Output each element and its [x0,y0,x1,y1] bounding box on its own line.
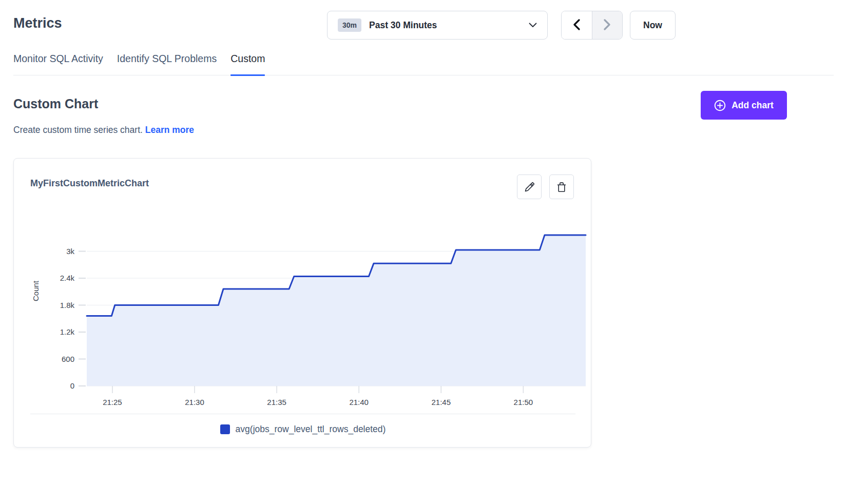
time-range-badge: 30m [338,18,361,32]
y-tick-label: 600 [62,355,74,363]
tab-identify-sql-problems[interactable]: Identify SQL Problems [117,53,217,75]
chevron-left-icon [573,19,580,32]
section-description: Create custom time series chart. Learn m… [13,125,194,135]
prev-time-button[interactable] [562,11,592,39]
x-tick-label: 21:35 [267,398,286,406]
next-time-button[interactable] [592,11,622,39]
custom-chart-svg: 06001.2k1.8k2.4k3k21:2521:3021:3521:4021… [14,215,592,413]
y-tick-label: 3k [66,247,74,256]
learn-more-link[interactable]: Learn more [145,125,194,135]
x-tick-label: 21:50 [514,398,533,406]
y-tick-label: 0 [70,381,74,390]
chart-card: MyFirstCustomMetricChart Count [13,158,591,448]
x-tick-label: 21:40 [349,398,369,406]
legend-divider [30,414,575,414]
section-description-text: Create custom time series chart. [13,125,143,135]
chart-title: MyFirstCustomMetricChart [30,178,149,189]
tab-bar: Monitor SQL Activity Identify SQL Proble… [13,53,834,75]
plus-circle-icon [714,100,726,111]
now-button[interactable]: Now [630,11,676,40]
time-range-label: Past 30 Minutes [369,20,437,31]
time-range-select[interactable]: 30m Past 30 Minutes [327,11,548,40]
series-area [87,235,586,386]
section-title: Custom Chart [13,96,98,111]
y-tick-label: 1.8k [60,301,75,309]
x-tick-label: 21:30 [185,398,204,406]
trash-icon [556,182,567,192]
time-pager [561,11,623,40]
x-tick-label: 21:25 [103,398,122,406]
page-title: Metrics [13,15,62,31]
pencil-icon [524,182,535,192]
delete-chart-button[interactable] [549,175,574,199]
x-tick-label: 21:45 [431,398,451,406]
add-chart-label: Add chart [732,100,774,111]
edit-chart-button[interactable] [517,175,542,199]
page-root: Metrics 30m Past 30 Minutes Now Monitor … [0,0,847,504]
y-tick-label: 2.4k [60,274,75,282]
chevron-down-icon [529,21,537,30]
legend-swatch [220,424,230,434]
chart-legend: avg(jobs_row_level_ttl_rows_deleted) [14,424,592,435]
tab-custom[interactable]: Custom [230,53,265,75]
chevron-right-icon [604,19,611,32]
y-axis-title: Count [31,281,40,301]
y-tick-label: 1.2k [60,327,75,336]
tab-monitor-sql-activity[interactable]: Monitor SQL Activity [13,53,103,75]
legend-label: avg(jobs_row_level_ttl_rows_deleted) [236,424,386,435]
chart-plot-area: Count 06001.2k1.8k2.4k3k21:2521:3021:352… [14,215,592,413]
add-chart-button[interactable]: Add chart [701,91,787,120]
